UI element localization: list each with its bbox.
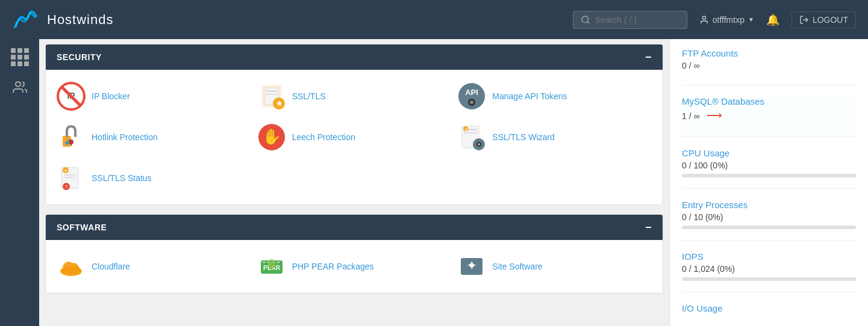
rp-ftp-title[interactable]: FTP Accounts	[682, 48, 856, 58]
svg-rect-47	[276, 262, 280, 263]
svg-rect-35	[64, 177, 75, 178]
leech-label: Leech Protection	[292, 132, 355, 143]
svg-rect-34	[64, 174, 75, 176]
api-icon: API	[457, 82, 486, 111]
users-icon	[13, 80, 27, 94]
ssl-wizard-icon: ★	[457, 123, 486, 152]
rp-ftp-value: 0 / ∞	[682, 61, 856, 70]
rp-entry-title[interactable]: Entry Processes	[682, 200, 856, 210]
rp-item-entry-processes: Entry Processes 0 / 10 (0%)	[682, 200, 856, 241]
logo-icon	[12, 8, 42, 32]
svg-text:?: ?	[65, 184, 68, 189]
bell-icon[interactable]: 🔔	[766, 13, 779, 26]
svg-point-1	[702, 16, 705, 19]
security-section-header: SECURITY −	[46, 45, 663, 70]
ssl-icon: ★	[257, 82, 286, 111]
logo-area: Hostwinds	[12, 8, 573, 32]
right-panel: FTP Accounts 0 / ∞ MySQL® Databases 1 / …	[669, 39, 868, 326]
sidebar	[0, 39, 39, 326]
ip-blocker-icon: IP	[57, 82, 86, 111]
menu-item-ip-blocker[interactable]: IP IP Blocker	[57, 82, 251, 111]
user-area[interactable]: otfffmtxp ▼	[699, 15, 754, 25]
menu-item-site-software[interactable]: ✦ Site Software	[457, 252, 652, 281]
svg-rect-9	[266, 90, 278, 92]
svg-point-16	[470, 100, 473, 104]
svg-point-42	[61, 266, 81, 274]
svg-rect-44	[262, 262, 266, 263]
leech-icon: ✋	[257, 123, 286, 152]
user-icon	[699, 15, 709, 25]
svg-rect-25	[464, 132, 477, 134]
rp-item-ftp: FTP Accounts 0 / ∞	[682, 48, 856, 85]
svg-text:✦: ✦	[466, 258, 477, 273]
search-input[interactable]	[595, 15, 679, 25]
software-section-body: Cloudflare PEAR	[46, 240, 663, 293]
rp-cpu-value: 0 / 100 (0%)	[682, 161, 856, 170]
php-icon: PEAR	[257, 252, 286, 281]
logout-icon	[799, 15, 809, 25]
menu-item-ssl-wizard[interactable]: ★ SSL/TLS Wizard	[457, 123, 652, 152]
svg-point-3	[16, 82, 20, 87]
software-section-header: SOFTWARE −	[46, 215, 663, 240]
software-section-title: SOFTWARE	[57, 223, 107, 232]
ssl-label: SSL/TLS	[292, 91, 326, 102]
rp-item-io: I/O Usage	[682, 303, 856, 326]
rp-item-mysql: MySQL® Databases 1 / ∞ ⟶	[682, 96, 856, 137]
php-label: PHP PEAR Packages	[292, 261, 374, 272]
menu-item-ssl[interactable]: ★ SSL/TLS	[257, 82, 452, 111]
svg-text:API: API	[465, 88, 478, 97]
menu-item-php[interactable]: PEAR PHP PEAR Packages	[257, 252, 452, 281]
rp-mysql-value: 1 / ∞ ⟶	[682, 109, 856, 122]
rp-mysql-title[interactable]: MySQL® Databases	[682, 96, 856, 106]
rp-cpu-bar-container	[682, 174, 856, 177]
security-section-body: IP IP Blocker	[46, 70, 663, 205]
hotlink-icon	[57, 123, 86, 152]
menu-item-cloudflare[interactable]: Cloudflare	[57, 252, 251, 281]
ssl-status-label: SSL/TLS Status	[92, 173, 152, 183]
svg-point-0	[582, 16, 589, 23]
svg-text:★: ★	[64, 168, 67, 173]
software-collapse-button[interactable]: −	[645, 222, 652, 233]
logout-button[interactable]: LOGOUT	[792, 11, 856, 28]
svg-text:★: ★	[275, 99, 282, 108]
rp-iops-value: 0 / 1,024 (0%)	[682, 264, 856, 274]
svg-point-49	[268, 259, 275, 269]
svg-point-20	[65, 141, 69, 145]
security-section: SECURITY − IP IP Blocker	[45, 44, 663, 205]
svg-rect-10	[266, 94, 278, 95]
api-label: Manage API Tokens	[492, 91, 567, 102]
search-box[interactable]	[573, 11, 687, 29]
rp-io-title[interactable]: I/O Usage	[682, 303, 856, 313]
menu-item-api[interactable]: API Manage API Tokens	[457, 82, 652, 111]
sidebar-item-grid[interactable]	[8, 45, 32, 69]
svg-text:✋: ✋	[262, 127, 282, 146]
logout-label: LOGOUT	[813, 15, 848, 25]
logo-text: Hostwinds	[47, 12, 113, 28]
site-software-icon: ✦	[457, 252, 486, 281]
grid-icon	[11, 48, 29, 66]
rp-iops-title[interactable]: IOPS	[682, 251, 856, 262]
main-layout: SECURITY − IP IP Blocker	[0, 39, 868, 326]
security-collapse-button[interactable]: −	[645, 52, 652, 63]
header-right: otfffmtxp ▼ 🔔 LOGOUT	[573, 11, 856, 29]
cloudflare-icon	[57, 252, 86, 281]
username-label: otfffmtxp	[713, 15, 745, 25]
menu-item-hotlink[interactable]: Hotlink Protection	[57, 123, 251, 152]
rp-entry-bar-container	[682, 226, 856, 229]
rp-item-iops: IOPS 0 / 1,024 (0%)	[682, 251, 856, 292]
header: Hostwinds otfffmtxp ▼ 🔔 LOGOUT	[0, 0, 868, 39]
sidebar-item-users[interactable]	[8, 75, 32, 99]
menu-item-leech[interactable]: ✋ Leech Protection	[257, 123, 452, 152]
menu-item-ssl-status[interactable]: ★ ? SSL/TLS Status	[57, 164, 251, 192]
security-section-title: SECURITY	[57, 52, 102, 62]
rp-cpu-title[interactable]: CPU Usage	[682, 148, 856, 158]
svg-point-30	[478, 143, 480, 146]
ssl-status-icon: ★ ?	[57, 164, 86, 192]
chevron-down-icon: ▼	[748, 16, 754, 23]
ssl-wizard-label: SSL/TLS Wizard	[492, 132, 554, 143]
software-section: SOFTWARE − Cloudflare	[45, 214, 663, 294]
rp-iops-bar-container	[682, 277, 856, 281]
ip-blocker-label: IP Blocker	[92, 91, 130, 102]
svg-rect-19	[70, 143, 72, 146]
rp-entry-value: 0 / 10 (0%)	[682, 212, 856, 222]
